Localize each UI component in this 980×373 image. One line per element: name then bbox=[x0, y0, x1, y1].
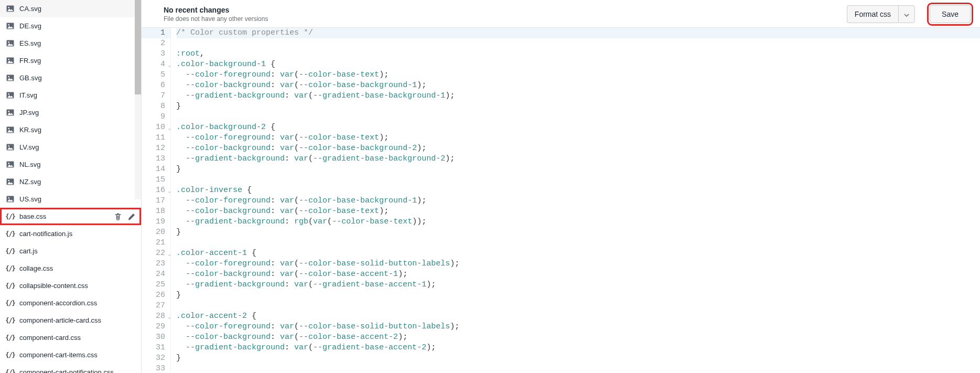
code-line[interactable]: --gradient-background: var(--gradient-ba… bbox=[176, 343, 980, 353]
line-number[interactable]: 28⌄ bbox=[142, 311, 170, 322]
file-item[interactable]: FR.svg bbox=[0, 52, 141, 69]
line-number[interactable]: 32 bbox=[142, 353, 170, 364]
file-item[interactable]: IT.svg bbox=[0, 87, 141, 104]
rename-file-icon[interactable] bbox=[127, 212, 136, 221]
code-line[interactable]: } bbox=[176, 164, 980, 175]
code-line[interactable]: --color-foreground: var(--color-base-tex… bbox=[176, 70, 980, 80]
line-number[interactable]: 22⌄ bbox=[142, 248, 170, 259]
code-editor[interactable]: 1234⌄5678910⌄111213141516⌄171819202122⌄2… bbox=[142, 28, 980, 373]
code-line[interactable] bbox=[176, 175, 980, 185]
fold-marker-icon[interactable]: ⌄ bbox=[168, 60, 171, 71]
file-item[interactable]: {/} component-card.css bbox=[0, 329, 141, 346]
file-item[interactable]: {/} component-accordion.css bbox=[0, 294, 141, 312]
file-item[interactable]: KR.svg bbox=[0, 121, 141, 138]
line-number[interactable]: 10⌄ bbox=[142, 122, 170, 133]
file-item[interactable]: {/} component-cart-items.css bbox=[0, 346, 141, 364]
line-number[interactable]: 16⌄ bbox=[142, 185, 170, 196]
file-item[interactable]: {/} component-cart-notification.css bbox=[0, 364, 141, 373]
line-number[interactable]: 8 bbox=[142, 101, 170, 112]
file-item[interactable]: {/} collapsible-content.css bbox=[0, 277, 141, 294]
delete-file-icon[interactable] bbox=[114, 212, 122, 221]
code-area[interactable]: /* Color custom properties */:root,.colo… bbox=[171, 28, 980, 373]
sidebar-scrollbar-thumb[interactable] bbox=[135, 0, 141, 94]
file-item[interactable]: LV.svg bbox=[0, 138, 141, 156]
code-line[interactable]: --gradient-background: var(--gradient-ba… bbox=[176, 154, 980, 164]
fold-marker-icon[interactable]: ⌄ bbox=[168, 123, 171, 134]
code-line[interactable]: } bbox=[176, 290, 980, 301]
file-item[interactable]: DE.svg bbox=[0, 17, 141, 35]
line-number[interactable]: 29 bbox=[142, 322, 170, 332]
line-number[interactable]: 6 bbox=[142, 80, 170, 91]
line-number[interactable]: 12 bbox=[142, 143, 170, 154]
code-line[interactable] bbox=[176, 38, 980, 49]
file-item[interactable]: NL.svg bbox=[0, 156, 141, 173]
line-number[interactable]: 26 bbox=[142, 290, 170, 301]
code-line[interactable]: --color-background: var(--color-base-tex… bbox=[176, 206, 980, 217]
code-line[interactable]: --gradient-background: rgb(var(--color-b… bbox=[176, 217, 980, 227]
file-item[interactable]: {/} cart-notification.js bbox=[0, 225, 141, 242]
fold-marker-icon[interactable]: ⌄ bbox=[168, 249, 171, 260]
line-number[interactable]: 23 bbox=[142, 259, 170, 269]
line-number[interactable]: 21 bbox=[142, 238, 170, 248]
save-button[interactable]: Save bbox=[930, 5, 971, 23]
code-line[interactable]: --color-background: var(--color-base-acc… bbox=[176, 332, 980, 343]
sidebar-scrollbar-track[interactable] bbox=[135, 0, 141, 199]
code-line[interactable]: --color-foreground: var(--color-base-sol… bbox=[176, 322, 980, 332]
file-item[interactable]: {/} base.css bbox=[0, 208, 141, 225]
line-number[interactable]: 13 bbox=[142, 154, 170, 164]
file-item[interactable]: JP.svg bbox=[0, 104, 141, 121]
code-line[interactable]: --color-background: var(--color-base-bac… bbox=[176, 80, 980, 91]
line-number[interactable]: 1 bbox=[142, 28, 170, 38]
line-number[interactable]: 4⌄ bbox=[142, 59, 170, 70]
code-line[interactable]: .color-accent-2 { bbox=[176, 311, 980, 322]
code-line[interactable]: } bbox=[176, 353, 980, 364]
file-item[interactable]: US.svg bbox=[0, 190, 141, 208]
code-line[interactable]: /* Color custom properties */ bbox=[176, 28, 980, 38]
format-css-button[interactable]: Format css bbox=[847, 5, 898, 23]
line-number[interactable]: 2 bbox=[142, 38, 170, 49]
code-line[interactable]: --gradient-background: var(--gradient-ba… bbox=[176, 280, 980, 290]
line-number[interactable]: 9 bbox=[142, 112, 170, 122]
line-number[interactable]: 14 bbox=[142, 164, 170, 175]
file-item[interactable]: ES.svg bbox=[0, 35, 141, 52]
line-number[interactable]: 20 bbox=[142, 227, 170, 238]
line-number[interactable]: 11 bbox=[142, 133, 170, 143]
line-number[interactable]: 27 bbox=[142, 301, 170, 311]
code-line[interactable]: --gradient-background: var(--gradient-ba… bbox=[176, 91, 980, 101]
file-item[interactable]: GB.svg bbox=[0, 69, 141, 87]
code-line[interactable]: } bbox=[176, 227, 980, 238]
line-number[interactable]: 18 bbox=[142, 206, 170, 217]
line-number[interactable]: 17 bbox=[142, 196, 170, 206]
line-number[interactable]: 25 bbox=[142, 280, 170, 290]
file-item[interactable]: {/} component-article-card.css bbox=[0, 312, 141, 329]
code-line[interactable]: --color-background: var(--color-base-bac… bbox=[176, 143, 980, 154]
code-line[interactable]: --color-foreground: var(--color-base-bac… bbox=[176, 196, 980, 206]
file-item[interactable]: CA.svg bbox=[0, 0, 141, 17]
format-dropdown-button[interactable] bbox=[898, 5, 915, 23]
fold-marker-icon[interactable]: ⌄ bbox=[168, 312, 171, 323]
line-number[interactable]: 7 bbox=[142, 91, 170, 101]
code-line[interactable]: .color-background-1 { bbox=[176, 59, 980, 70]
code-line[interactable]: --color-foreground: var(--color-base-sol… bbox=[176, 259, 980, 269]
code-line[interactable]: .color-accent-1 { bbox=[176, 248, 980, 259]
code-line[interactable] bbox=[176, 364, 980, 373]
line-number[interactable]: 15 bbox=[142, 175, 170, 185]
line-number[interactable]: 30 bbox=[142, 332, 170, 343]
line-number[interactable]: 19 bbox=[142, 217, 170, 227]
code-line[interactable]: .color-background-2 { bbox=[176, 122, 980, 133]
file-item[interactable]: NZ.svg bbox=[0, 173, 141, 190]
code-line[interactable] bbox=[176, 112, 980, 122]
line-number[interactable]: 33 bbox=[142, 364, 170, 373]
code-line[interactable]: .color-inverse { bbox=[176, 185, 980, 196]
code-line[interactable]: :root, bbox=[176, 49, 980, 59]
fold-marker-icon[interactable]: ⌄ bbox=[168, 186, 171, 197]
file-item[interactable]: {/} cart.js bbox=[0, 242, 141, 260]
file-sidebar[interactable]: CA.svg DE.svg ES.svg FR.svg GB.svg bbox=[0, 0, 142, 373]
file-item[interactable]: {/} collage.css bbox=[0, 260, 141, 277]
code-line[interactable]: } bbox=[176, 101, 980, 112]
code-line[interactable]: --color-foreground: var(--color-base-tex… bbox=[176, 133, 980, 143]
code-line[interactable] bbox=[176, 238, 980, 248]
line-number[interactable]: 31 bbox=[142, 343, 170, 353]
line-number[interactable]: 3 bbox=[142, 49, 170, 59]
code-line[interactable] bbox=[176, 301, 980, 311]
